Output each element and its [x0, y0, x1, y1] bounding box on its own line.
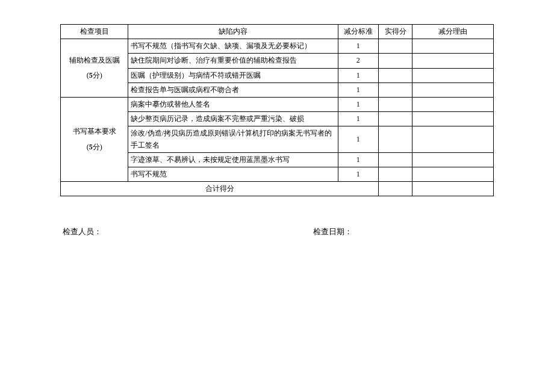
table-row: 书写基本要求 (5分) 病案中摹仿或替他人签名 1 [61, 97, 494, 111]
header-row: 检查项目 缺陷内容 减分标准 实得分 减分理由 [61, 25, 494, 39]
reason-cell[interactable] [412, 54, 494, 68]
table-row: 辅助检查及医嘱 (5分) 书写不规范（指书写有欠缺、缺项、漏项及无必要标记） 1 [61, 39, 494, 54]
reason-cell[interactable] [412, 112, 494, 126]
reason-cell[interactable] [412, 82, 494, 97]
header-item: 检查项目 [61, 25, 128, 39]
score-cell[interactable] [379, 39, 412, 54]
reason-cell[interactable] [412, 126, 494, 152]
section-title: 辅助检查及医嘱 [63, 55, 125, 66]
section-1-item-cell: 书写基本要求 (5分) [61, 97, 128, 181]
defect-cell: 缺少整页病历记录，造成病案不完整或严重污染、破损 [128, 112, 338, 126]
reason-cell[interactable] [412, 152, 494, 167]
defect-cell: 字迹潦草、不易辨认，未按规定使用蓝黑墨水书写 [128, 152, 338, 167]
reason-cell[interactable] [412, 97, 494, 111]
score-cell[interactable] [379, 54, 412, 68]
score-cell[interactable] [379, 97, 412, 111]
date-label: 检查日期： [313, 227, 352, 236]
defect-cell: 书写不规范 [128, 167, 338, 181]
std-cell: 1 [338, 167, 378, 181]
footer: 检查人员： 检查日期： [60, 226, 494, 237]
std-cell: 1 [338, 152, 378, 167]
total-row: 合计得分 [61, 182, 494, 196]
defect-cell: 病案中摹仿或替他人签名 [128, 97, 338, 111]
section-title: 书写基本要求 [63, 126, 125, 137]
std-cell: 1 [338, 97, 378, 111]
defect-cell: 医嘱（护理级别）与病情不符或错开医嘱 [128, 68, 338, 82]
total-score[interactable] [379, 182, 412, 196]
defect-cell: 检查报告单与医嘱或病程不吻合者 [128, 82, 338, 97]
std-cell: 2 [338, 54, 378, 68]
reason-cell[interactable] [412, 39, 494, 54]
total-reason[interactable] [412, 182, 494, 196]
defect-cell: 涂改/伪造/拷贝病历造成原则错误/计算机打印的病案无书写者的手工签名 [128, 126, 338, 152]
score-cell[interactable] [379, 126, 412, 152]
reason-cell[interactable] [412, 167, 494, 181]
std-cell: 1 [338, 82, 378, 97]
std-cell: 1 [338, 112, 378, 126]
header-defect: 缺陷内容 [128, 25, 338, 39]
header-std: 减分标准 [338, 25, 378, 39]
defect-cell: 缺住院期间对诊断、治疗有重要价值的辅助检查报告 [128, 54, 338, 68]
reason-cell[interactable] [412, 68, 494, 82]
section-points: (5分) [63, 142, 125, 153]
header-reason: 减分理由 [412, 25, 494, 39]
score-cell[interactable] [379, 112, 412, 126]
inspection-table: 检查项目 缺陷内容 减分标准 实得分 减分理由 辅助检查及医嘱 (5分) 书写不… [60, 24, 494, 196]
header-score: 实得分 [379, 25, 412, 39]
total-label: 合计得分 [61, 182, 379, 196]
defect-cell: 书写不规范（指书写有欠缺、缺项、漏项及无必要标记） [128, 39, 338, 54]
section-0-item-cell: 辅助检查及医嘱 (5分) [61, 39, 128, 98]
score-cell[interactable] [379, 68, 412, 82]
score-cell[interactable] [379, 167, 412, 181]
section-points: (5分) [63, 70, 125, 81]
score-cell[interactable] [379, 152, 412, 167]
footer-checker: 检查人员： [63, 226, 241, 237]
score-cell[interactable] [379, 82, 412, 97]
std-cell: 1 [338, 68, 378, 82]
footer-date: 检查日期： [241, 226, 491, 237]
checker-label: 检查人员： [63, 227, 102, 236]
std-cell: 1 [338, 39, 378, 54]
std-cell: 1 [338, 126, 378, 152]
